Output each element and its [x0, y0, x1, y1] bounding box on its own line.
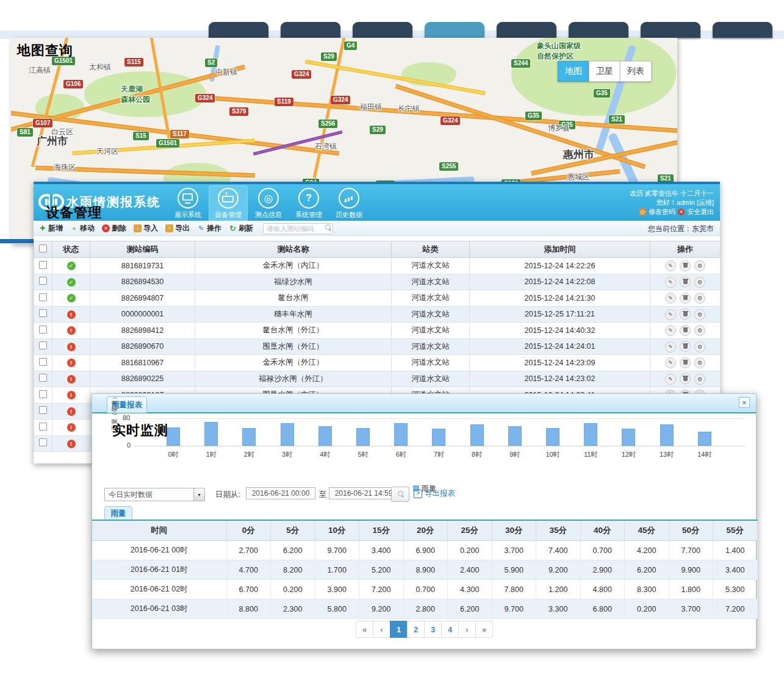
row-checkbox[interactable]: [39, 309, 47, 317]
map-type-button[interactable]: 地图: [558, 61, 589, 82]
pagination-page-1[interactable]: 1: [390, 621, 408, 638]
settings-icon[interactable]: ⚙: [694, 357, 705, 368]
row-checkbox[interactable]: [39, 406, 47, 414]
row-checkbox[interactable]: [39, 374, 47, 382]
settings-icon[interactable]: ⚙: [694, 293, 705, 304]
export-report-link[interactable]: ↗ 导出报表: [414, 488, 455, 499]
settings-icon[interactable]: ⚙: [694, 260, 705, 271]
background-tab: [497, 22, 556, 38]
chart-bar: [660, 424, 674, 446]
settings-icon[interactable]: ⚙: [694, 325, 705, 336]
range-select[interactable]: 今日实时数据 ▼: [104, 488, 205, 501]
pagination-arrow[interactable]: «: [356, 621, 373, 638]
map-type-button[interactable]: 列表: [620, 61, 652, 82]
road-shield: S244: [511, 59, 530, 68]
date-from-input[interactable]: [246, 487, 315, 499]
main-nav: 展示系统设备管理◎测点信息?系统管理历史数据: [168, 185, 369, 222]
pagination-page-4[interactable]: 4: [441, 621, 459, 638]
toolbar-button-新增[interactable]: ✚新增: [38, 223, 63, 234]
name-cell: 穗丰年水闸: [195, 306, 392, 323]
change-password-link[interactable]: 修改密码: [649, 207, 675, 216]
operations-cell: ✎⚙: [650, 290, 721, 307]
map-section-label: 地图查询: [17, 41, 73, 60]
chart-bar: [281, 423, 294, 446]
row-checkbox[interactable]: [39, 438, 47, 446]
nav-item-历史数据[interactable]: 历史数据: [329, 185, 369, 222]
edit-icon[interactable]: ✎: [665, 293, 676, 304]
added-cell: 2015-12-25 17:11:21: [470, 306, 650, 323]
value-cell: 9.200: [359, 599, 404, 619]
toolbar-button-刷新[interactable]: ↻刷新: [229, 223, 253, 234]
select-all-checkbox[interactable]: [39, 245, 47, 252]
map-label-town: 福田镇: [360, 102, 382, 112]
delete-icon[interactable]: [680, 293, 691, 304]
column-header: 55分: [713, 520, 758, 541]
row-checkbox[interactable]: [39, 277, 47, 285]
pagination-page-2[interactable]: 2: [407, 621, 425, 638]
x-tick-label: 6时: [396, 450, 406, 459]
tab-rainfall[interactable]: 雨量: [104, 506, 132, 520]
row-checkbox[interactable]: [39, 326, 47, 334]
settings-icon[interactable]: ⚙: [694, 374, 705, 385]
time-cell: 2016-06-21 02时: [92, 580, 226, 599]
delete-icon[interactable]: [680, 260, 691, 271]
pagination-page-3[interactable]: 3: [424, 621, 442, 638]
chart-bar: [356, 428, 370, 446]
map-label-town: 惠城区: [567, 172, 589, 182]
time-cell: 2016-06-21 00时: [92, 541, 226, 560]
nav-item-设备管理[interactable]: 设备管理: [209, 185, 248, 222]
delete-icon[interactable]: [680, 309, 691, 320]
edit-icon[interactable]: ✎: [665, 260, 676, 271]
toolbar-button-删除[interactable]: ✕删除: [102, 223, 126, 234]
row-checkbox[interactable]: [39, 390, 47, 398]
road-shield: S15: [133, 132, 149, 140]
edit-icon[interactable]: ✎: [665, 277, 676, 288]
pagination-arrow[interactable]: ›: [458, 621, 476, 638]
row-checkbox[interactable]: [39, 358, 47, 366]
status-cell: !: [52, 435, 90, 452]
map-label-town: 中新镇: [215, 67, 237, 77]
row-checkbox[interactable]: [39, 341, 47, 349]
row-checkbox[interactable]: [39, 423, 47, 431]
row-checkbox[interactable]: [39, 261, 47, 269]
value-cell: 5.800: [315, 599, 359, 619]
station-search-input[interactable]: [263, 223, 333, 234]
delete-icon[interactable]: [680, 325, 691, 336]
delete-icon[interactable]: [680, 341, 691, 352]
edit-icon[interactable]: ✎: [665, 341, 676, 352]
pagination-arrow[interactable]: ‹: [373, 621, 390, 638]
date-to-input[interactable]: [329, 487, 398, 499]
edit-icon[interactable]: ✎: [665, 325, 676, 336]
table-row: 2016-06-21 03时8.8002.3005.8009.2002.8006…: [92, 599, 757, 619]
key-icon: [639, 209, 646, 215]
delete-icon[interactable]: [680, 276, 691, 287]
pagination-arrow[interactable]: »: [475, 621, 493, 638]
delete-icon[interactable]: [680, 373, 691, 384]
settings-icon[interactable]: ⚙: [694, 341, 705, 352]
edit-icon[interactable]: ✎: [665, 309, 676, 320]
settings-icon[interactable]: ⚙: [694, 309, 705, 320]
close-icon[interactable]: ✕: [739, 397, 750, 408]
toolbar-button-导出[interactable]: ↑导出: [165, 223, 190, 234]
station-search: [263, 223, 333, 234]
nav-item-测点信息[interactable]: ◎测点信息: [249, 185, 288, 222]
settings-icon[interactable]: ⚙: [694, 277, 705, 288]
nav-item-展示系统[interactable]: 展示系统: [168, 185, 207, 222]
map-label-town: 博罗县: [548, 123, 570, 134]
search-icon[interactable]: [325, 224, 331, 230]
logout-link[interactable]: 安全退出: [687, 207, 714, 216]
toolbar-button-导入[interactable]: ↓导入: [134, 223, 158, 234]
toolbar-button-移动[interactable]: »移动: [70, 223, 95, 234]
nav-item-系统管理[interactable]: ?系统管理: [289, 185, 328, 222]
edit-icon[interactable]: ✎: [665, 374, 676, 385]
toolbar-button-操作[interactable]: ✎操作: [197, 223, 221, 234]
value-cell: 6.200: [271, 541, 315, 560]
value-cell: 9.700: [315, 541, 359, 560]
added-cell: 2015-12-24 14:40:32: [470, 323, 650, 339]
edit-icon[interactable]: ✎: [665, 357, 676, 368]
map-type-button[interactable]: 卫星: [589, 61, 620, 82]
delete-icon[interactable]: [680, 357, 691, 368]
query-button[interactable]: [391, 487, 409, 502]
row-checkbox[interactable]: [39, 293, 47, 301]
operations-cell: ✎⚙: [650, 338, 721, 355]
